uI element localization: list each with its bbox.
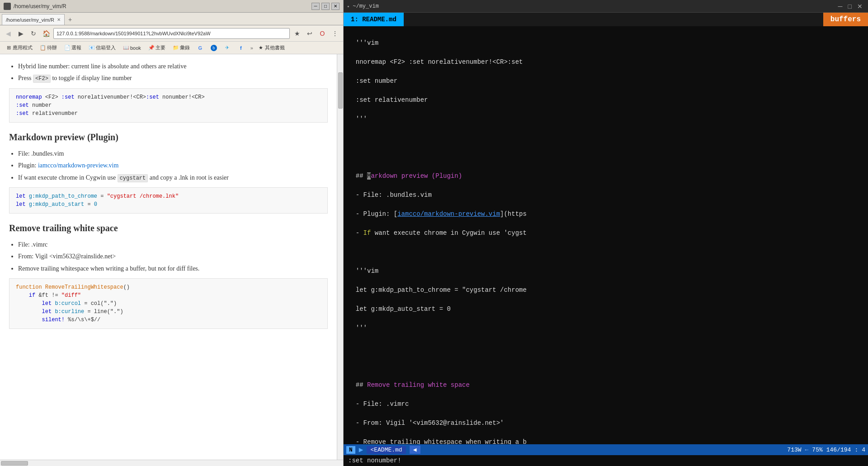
- archive-icon: 📁: [173, 45, 179, 51]
- code1-kw3: :set: [146, 94, 159, 100]
- bookmark-telegram[interactable]: ✈: [222, 44, 233, 52]
- browser-title: /home/user/my_vim/R: [14, 3, 309, 10]
- bookmark-apps[interactable]: ⊞ 應用程式: [3, 43, 35, 52]
- vim-title-bar: ▪ ~/my_vim ─ □ ✕: [344, 0, 868, 13]
- page-content: Hybrid line number: current line is abso…: [0, 54, 337, 460]
- browser-tab[interactable]: /home/user/my_vim/R ✕: [2, 14, 65, 25]
- vim-tab-active[interactable]: 1: README.md: [344, 13, 404, 26]
- bookmark-doc-label: 選報: [71, 44, 81, 51]
- list-item-hybrid: Hybrid line number: current line is abso…: [18, 62, 328, 71]
- vim-line-16: ''': [348, 323, 863, 333]
- bookmark-mail[interactable]: 📧 信箱登入: [86, 43, 118, 52]
- browser-scrollbar-v[interactable]: [337, 54, 343, 460]
- vim-window: ▪ ~/my_vim ─ □ ✕ 1: README.md buffers ''…: [344, 0, 868, 466]
- code1-kw2: :set: [61, 94, 75, 100]
- vim-line-21: - From: Vigil '<vim5632@rainslide.net>': [348, 418, 863, 428]
- vim-close-button[interactable]: ✕: [855, 3, 864, 10]
- code3-silent: silent!: [42, 317, 65, 323]
- browser-close-button[interactable]: ✕: [331, 3, 340, 10]
- bookmark-other[interactable]: ★ 其他書籤: [255, 43, 288, 52]
- reload-button[interactable]: ↻: [28, 28, 39, 39]
- vim-line-1: '''vim: [348, 38, 863, 48]
- bookmarks-more[interactable]: »: [250, 45, 253, 51]
- tab-close-button[interactable]: ✕: [57, 17, 61, 22]
- facebook-icon: f: [238, 45, 244, 51]
- bookmark-main-label: 主要: [156, 44, 165, 51]
- code3-let1: let: [42, 300, 52, 307]
- vim-col-separator: :: [854, 447, 858, 453]
- home-button[interactable]: 🏠: [41, 28, 52, 39]
- code-block-2: let g:mkdp_path_to_chrome = "cygstart /c…: [9, 187, 328, 214]
- code3-let2: let: [42, 309, 52, 315]
- vim-line-8: ## Markdown preview (Plugin): [348, 171, 863, 181]
- from-email: <vim5632@rainslide.net>: [49, 253, 116, 260]
- plugin-link[interactable]: iamcco/markdown-preview.vim: [38, 162, 118, 169]
- main-layout: /home/user/my_vim/R ─ □ ✕ /home/user/my_…: [0, 0, 868, 466]
- code-block-1: nnoremap <F2> :set norelativenumber!<CR>…: [9, 88, 328, 123]
- bookmark-doc[interactable]: 📄 選報: [61, 43, 84, 52]
- vim-word-count: 713W: [787, 447, 801, 453]
- vim-line-5: ''': [348, 114, 863, 124]
- trailing-list: File: .vimrc From: Vigil <vim5632@rainsl…: [18, 240, 328, 274]
- doc-icon: 📄: [64, 45, 71, 51]
- vim-line-18: [348, 361, 863, 371]
- vim-stats: 713W ← 75% 146/194 : 4: [787, 447, 865, 453]
- browser-scrollbar-h[interactable]: [0, 460, 343, 466]
- code1-kw5: :set: [16, 110, 29, 117]
- code3-if: if: [29, 292, 35, 299]
- back-button[interactable]: ◀: [3, 28, 14, 39]
- vim-maximize-button[interactable]: □: [846, 3, 854, 10]
- bookmark-mail-label: 信箱登入: [96, 44, 116, 51]
- code1-kw1: nnoremap: [16, 94, 42, 100]
- scrollbar-thumb-v[interactable]: [338, 72, 343, 109]
- bookmark-google[interactable]: G: [194, 44, 206, 52]
- browser-minimize-button[interactable]: ─: [311, 3, 320, 10]
- main-icon: 📌: [148, 45, 155, 51]
- vim-line-11: - If want execute chrome in Cygwin use '…: [348, 228, 863, 238]
- browser-title-bar: /home/user/my_vim/R ─ □ ✕: [0, 0, 343, 13]
- opera-button[interactable]: O: [317, 28, 328, 39]
- extension-button[interactable]: ↩: [304, 28, 315, 39]
- vim-filename: <EADME.md: [367, 446, 406, 454]
- list-item-remove: Remove trailing whitespace when writing …: [18, 264, 328, 274]
- bookmark-blue[interactable]: b: [208, 44, 220, 52]
- vim-editor[interactable]: '''vim nnoremap <F2> :set norelativenumb…: [344, 26, 868, 444]
- bookmark-main[interactable]: 📌 主要: [146, 43, 168, 52]
- vim-line-12: [348, 247, 863, 257]
- vim-line-14: let g:mkdp_path_to_chrome = "cygstart /c…: [348, 285, 863, 295]
- vim-line-17: [348, 342, 863, 352]
- browser-tab-bar: /home/user/my_vim/R ✕ +: [0, 13, 343, 25]
- address-bar[interactable]: 127.0.0.1:9588/markdown/15019949011?L2hv…: [53, 28, 290, 39]
- browser-maximize-button[interactable]: □: [321, 3, 330, 10]
- bookmark-archive[interactable]: 📁 彙錄: [170, 43, 193, 52]
- bookmark-todo[interactable]: 📋 待辦: [37, 43, 60, 52]
- scrollbar-thumb-h[interactable]: [1, 461, 28, 466]
- browser-window: /home/user/my_vim/R ─ □ ✕ /home/user/my_…: [0, 0, 344, 466]
- address-text: 127.0.0.1:9588/markdown/15019949011?L2hv…: [57, 31, 211, 36]
- bookmark-button[interactable]: ★: [292, 28, 302, 39]
- menu-button[interactable]: ⋮: [330, 28, 340, 39]
- bookmark-todo-label: 待辦: [47, 44, 57, 51]
- bookmark-book[interactable]: 📖 book: [120, 44, 144, 52]
- code1-kw4: :set: [16, 102, 29, 109]
- code3-var2: b:curline: [55, 309, 84, 315]
- plugin-prefix: Plugin:: [18, 162, 38, 169]
- vim-status-separator: ◀: [410, 446, 420, 454]
- vim-minimize-button[interactable]: ─: [836, 3, 844, 10]
- bookmark-facebook[interactable]: f: [235, 44, 247, 52]
- code2-let1: let: [16, 193, 26, 200]
- bookmark-archive-label: 彙錄: [180, 44, 190, 51]
- list-item-plugin: Plugin: iamcco/markdown-preview.vim: [18, 161, 328, 171]
- vim-line-22: - Remove trailing whitespace when writin…: [348, 437, 863, 444]
- remove-text: Remove trailing whitespace when writing …: [18, 265, 199, 272]
- browser-toolbar: ◀ ▶ ↻ 🏠 127.0.0.1:9588/markdown/15019949…: [0, 25, 343, 42]
- book-icon: 📖: [123, 45, 129, 51]
- vim-tab-buffers[interactable]: buffers: [823, 13, 868, 26]
- new-tab-button[interactable]: +: [65, 14, 75, 25]
- vim-line-6: [348, 133, 863, 143]
- cygwin-suffix: and copy a .lnk in root is easier: [148, 174, 228, 181]
- vim-title-controls: ─ □ ✕: [836, 3, 864, 10]
- f2-key: <F2>: [33, 75, 51, 83]
- forward-button[interactable]: ▶: [15, 28, 26, 39]
- vim-status-bar: N ▶ <EADME.md ◀ 713W ← 75% 146/194 : 4: [344, 444, 868, 455]
